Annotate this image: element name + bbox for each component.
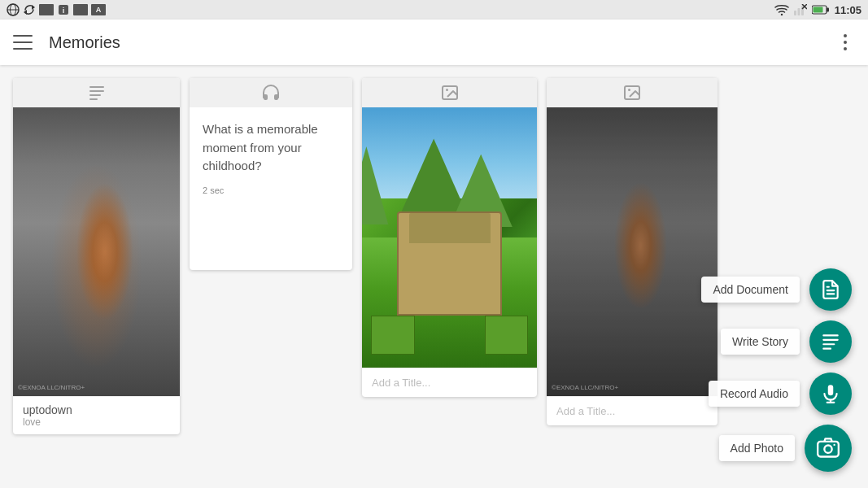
svg-rect-15 (813, 7, 822, 13)
fab-story-item: Write Story (721, 320, 852, 363)
svg-rect-19 (89, 98, 98, 100)
svg-rect-16 (89, 86, 104, 88)
card-duration-2: 2 sec (203, 185, 339, 195)
svg-point-23 (628, 89, 630, 91)
main-content: ©EXNOA LLC/NITRO+ uptodown love What is … (0, 65, 868, 488)
memory-card-1[interactable]: ©EXNOA LLC/NITRO+ uptodown love (13, 78, 180, 434)
microphone-icon (820, 383, 841, 404)
fab-photo-item: Add Photo (719, 425, 852, 472)
svg-rect-29 (822, 343, 835, 345)
card-header-3 (362, 78, 537, 107)
photo-add-icon (817, 437, 840, 460)
watermark-4: ©EXNOA LLC/NITRO+ (552, 384, 618, 391)
svg-point-7 (781, 14, 783, 15)
svg-marker-4 (24, 10, 27, 15)
fab-photo-label: Add Photo (719, 435, 795, 461)
fab-document-item: Add Document (701, 268, 852, 311)
write-story-button[interactable] (809, 320, 852, 363)
story-icon (820, 331, 841, 352)
record-audio-button[interactable] (809, 373, 852, 415)
hamburger-menu[interactable] (13, 35, 33, 50)
fab-audio-label: Record Audio (709, 381, 800, 407)
card-header-1 (13, 78, 180, 107)
battery-icon (812, 5, 830, 15)
card-question-2: What is a memorable moment from your chi… (203, 120, 339, 176)
status-icons-right: 11:05 (774, 4, 861, 16)
svg-rect-30 (822, 348, 831, 350)
svg-point-35 (824, 446, 831, 453)
sync-icon (23, 3, 36, 16)
box1-icon (39, 4, 54, 15)
app-title: Memories (49, 33, 835, 52)
wifi-icon (774, 4, 789, 15)
svg-rect-18 (89, 94, 101, 96)
card-image-4: ©EXNOA LLC/NITRO+ (547, 107, 718, 396)
fab-story-label: Write Story (721, 329, 800, 355)
card-subtitle-1: love (23, 416, 170, 428)
card-title-3[interactable]: Add a Title... (362, 368, 537, 397)
photo-icon-3 (440, 83, 460, 102)
svg-rect-27 (822, 334, 839, 336)
svg-text:i: i (63, 7, 65, 15)
card-name-1: uptodown (23, 403, 170, 416)
card-title-4[interactable]: Add a Title... (547, 396, 718, 425)
svg-rect-31 (828, 385, 834, 395)
fab-area: Add Document Write Story (701, 268, 852, 472)
photo-icon-4 (622, 83, 642, 102)
svg-point-21 (446, 89, 448, 91)
card-text-2: What is a memorable moment from your chi… (190, 107, 352, 270)
fab-audio-item: Record Audio (709, 373, 852, 415)
memory-card-4[interactable]: ©EXNOA LLC/NITRO+ Add a Title... (547, 78, 718, 425)
top-bar: Memories (0, 20, 868, 65)
card-header-4 (547, 78, 718, 107)
card-image-3 (362, 107, 537, 368)
svg-rect-34 (818, 442, 839, 457)
box2-icon (73, 4, 88, 15)
svg-rect-8 (794, 11, 796, 15)
time-display: 11:05 (835, 4, 861, 16)
svg-point-36 (833, 444, 835, 446)
text-icon (87, 83, 107, 102)
card-image-1: ©EXNOA LLC/NITRO+ (13, 107, 180, 396)
svg-rect-28 (822, 339, 839, 341)
svg-rect-14 (827, 8, 829, 12)
card-footer-1: uptodown love (13, 396, 180, 434)
svg-rect-9 (797, 8, 800, 15)
status-icons-left: i A (7, 3, 106, 16)
add-document-button[interactable] (809, 268, 852, 311)
more-options-button[interactable] (835, 33, 855, 52)
signal-icon (794, 4, 807, 15)
info-icon: i (57, 3, 70, 16)
globe-icon (7, 3, 20, 16)
headphone-icon (261, 83, 281, 102)
a-icon: A (91, 4, 106, 15)
svg-marker-3 (32, 5, 35, 10)
document-icon (820, 279, 841, 300)
status-bar: i A 11:05 (0, 0, 868, 20)
memory-card-3[interactable]: Add a Title... (362, 78, 537, 397)
card-header-2 (190, 78, 352, 107)
svg-rect-17 (89, 90, 104, 92)
add-photo-button[interactable] (805, 425, 852, 472)
memory-card-2[interactable]: What is a memorable moment from your chi… (190, 78, 352, 270)
fab-document-label: Add Document (701, 277, 800, 303)
watermark-1: ©EXNOA LLC/NITRO+ (18, 384, 85, 391)
